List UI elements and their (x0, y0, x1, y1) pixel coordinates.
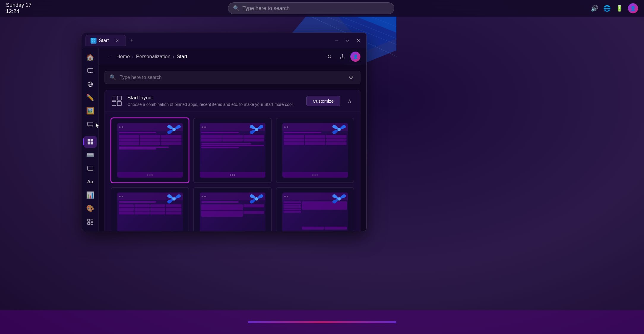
taskbar-right: 🔊 🌐 🔋 👤 (591, 3, 638, 13)
svg-rect-22 (91, 142, 93, 144)
sidebar-item-collab[interactable]: 🎨 (84, 203, 97, 214)
sidebar-item-pen[interactable]: ✏️ (84, 92, 97, 104)
layout-item-2[interactable] (193, 118, 272, 183)
taskbar-time: 12:24 (6, 8, 19, 15)
tab-label: Start (99, 38, 109, 43)
start-layout-section: Start layout Choose a combination of pin… (105, 90, 360, 231)
svg-rect-20 (91, 139, 93, 141)
content-search-bar[interactable]: 🔍 Type here to search ⚙ (105, 71, 360, 84)
sidebar-item-home[interactable]: 🏠 (84, 52, 97, 63)
sidebar-item-start[interactable] (84, 136, 97, 148)
svg-rect-10 (94, 41, 95, 42)
addressbar: ← Home › Personalization › Start ↻ (99, 48, 366, 65)
customize-button[interactable]: Customize (306, 96, 340, 106)
svg-point-36 (338, 128, 341, 131)
layout-thumb-5 (200, 193, 265, 231)
tab-add-button[interactable]: + (128, 36, 136, 45)
taskbar-left: Sunday 17 12:24 (6, 2, 31, 15)
taskbar-search-placeholder: Type here to search (243, 5, 290, 12)
bow-decoration (164, 123, 183, 138)
section-header: Start layout Choose a combination of pin… (105, 90, 360, 112)
svg-rect-19 (88, 139, 90, 141)
tab-icon (91, 38, 96, 44)
svg-rect-23 (88, 166, 93, 170)
window-body: 🏠 ✏️ 🖼️ (82, 48, 366, 231)
taskbar-clock: Sunday 17 12:24 (6, 2, 31, 15)
sidebar-item-taskbar[interactable] (84, 163, 97, 174)
layout-grid (105, 112, 360, 231)
battery-icon[interactable]: 🔋 (615, 4, 624, 12)
layout-item-4[interactable] (111, 187, 189, 231)
sidebar-item-appstore[interactable] (84, 216, 97, 228)
svg-rect-7 (92, 39, 93, 40)
globe-icon[interactable]: 🌐 (603, 4, 611, 12)
content-search-placeholder: Type here to search (120, 75, 343, 80)
svg-rect-30 (117, 96, 121, 100)
tab-close-button[interactable]: ✕ (114, 37, 121, 44)
svg-point-38 (255, 197, 258, 201)
content-panel: ← Home › Personalization › Start ↻ (99, 48, 366, 231)
search-settings-icon[interactable]: ⚙ (346, 73, 355, 82)
svg-rect-25 (88, 219, 90, 221)
taskbar-search[interactable]: 🔍 Type here to search (228, 2, 394, 14)
user-avatar[interactable]: 👤 (628, 3, 638, 13)
settings-sidebar: 🏠 ✏️ 🖼️ (82, 48, 99, 231)
back-button[interactable]: ← (105, 52, 113, 61)
bottom-strip (0, 310, 644, 334)
layout-item-5[interactable] (193, 187, 272, 231)
svg-point-39 (338, 197, 341, 201)
taskbar-day: Sunday 17 (6, 2, 31, 8)
breadcrumb-current: Start (177, 54, 187, 60)
svg-point-35 (255, 128, 258, 131)
sidebar-item-keyboard[interactable]: ⌨️ (84, 149, 97, 161)
refresh-button[interactable]: ↻ (324, 52, 334, 62)
maximize-button[interactable]: ○ (343, 36, 352, 45)
minimize-button[interactable]: ─ (332, 36, 341, 45)
layout-item-6[interactable] (276, 187, 354, 231)
window-controls: ─ ○ ✕ (332, 36, 363, 45)
sidebar-divider-1 (86, 133, 95, 133)
breadcrumb-sep-2: › (173, 54, 174, 59)
svg-rect-8 (94, 39, 95, 40)
settings-window: Start ✕ + ─ ○ ✕ 🏠 (82, 33, 367, 231)
window-tab-start[interactable]: Start ✕ (86, 35, 126, 46)
section-icon (111, 95, 123, 107)
breadcrumb: Home › Personalization › Start (116, 54, 321, 60)
content-search-icon: 🔍 (110, 74, 116, 81)
layout-thumb-3 (282, 123, 348, 178)
sidebar-item-network[interactable] (84, 79, 97, 90)
close-button[interactable]: ✕ (353, 36, 363, 45)
sidebar-item-photos[interactable]: 🖼️ (84, 105, 97, 117)
taskbar-search-icon: 🔍 (233, 5, 240, 12)
section-description: Choose a combination of pinned apps, rec… (127, 102, 302, 107)
svg-rect-9 (92, 41, 93, 42)
svg-rect-17 (88, 122, 93, 126)
section-title: Start layout (127, 95, 302, 101)
collapse-button[interactable]: ∧ (345, 96, 354, 106)
user-profile-button[interactable]: 👤 (350, 52, 360, 62)
svg-rect-24 (88, 170, 93, 171)
sidebar-item-remote[interactable] (84, 118, 97, 130)
share-button[interactable] (337, 52, 347, 62)
svg-rect-21 (88, 142, 90, 144)
breadcrumb-home[interactable]: Home (116, 54, 130, 60)
svg-rect-28 (91, 222, 93, 225)
taskbar: Sunday 17 12:24 🔍 Type here to search 🔊 … (0, 0, 644, 17)
sidebar-item-fonts[interactable]: Aa (84, 176, 97, 188)
layout-item-1[interactable] (111, 118, 189, 183)
window-titlebar: Start ✕ + ─ ○ ✕ (82, 33, 366, 48)
layout-thumb-2 (200, 123, 265, 178)
layout-thumb-4 (117, 193, 183, 231)
svg-rect-11 (88, 69, 93, 72)
main-content-area: 🔍 Type here to search ⚙ (99, 65, 366, 231)
layout-thumb-6 (282, 193, 348, 231)
sound-icon[interactable]: 🔊 (591, 4, 599, 12)
svg-point-37 (173, 197, 176, 201)
sidebar-item-display[interactable] (84, 65, 97, 77)
address-actions: ↻ 👤 (324, 52, 360, 62)
layout-item-3[interactable] (276, 118, 354, 183)
breadcrumb-personalization[interactable]: Personalization (136, 54, 170, 60)
section-info: Start layout Choose a combination of pin… (127, 95, 302, 107)
svg-point-34 (173, 128, 176, 131)
sidebar-item-chart[interactable]: 📊 (84, 189, 97, 201)
